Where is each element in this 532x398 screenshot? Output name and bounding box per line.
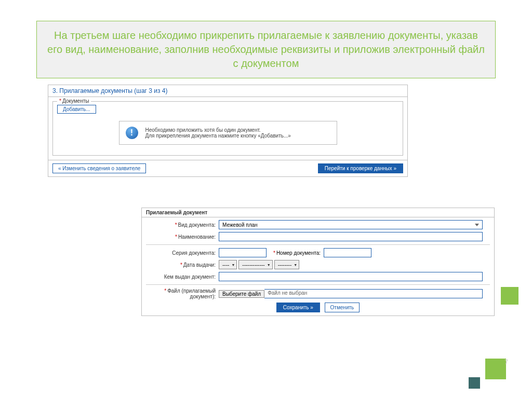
doc-type-select[interactable]: Межевой план (219, 220, 483, 229)
label-number: *Номер документа: (267, 250, 324, 256)
page-number: 7 (504, 359, 508, 366)
documents-fieldset: *Документы Добавить... Необходимо прилож… (52, 101, 403, 156)
info-icon (126, 127, 138, 139)
issued-by-input[interactable] (219, 272, 483, 281)
label-doc-name: *Наименование: (146, 234, 219, 240)
decoration-square (485, 359, 506, 379)
series-input[interactable] (219, 248, 267, 257)
decoration-square (469, 377, 480, 389)
date-month-select[interactable]: ------------- (238, 260, 272, 269)
label-issued-by: Кем выдан документ: (146, 274, 219, 280)
info-message: Необходимо приложить хотя бы один докуме… (119, 121, 337, 145)
doc-name-input[interactable] (219, 232, 483, 241)
step-header: 3. Прилагаемые документы (шаг 3 из 4) (48, 85, 407, 97)
label-series: Серия документа: (146, 250, 219, 256)
decoration-square (501, 287, 518, 305)
number-input[interactable] (324, 248, 371, 257)
attachments-step-panel: 3. Прилагаемые документы (шаг 3 из 4) *Д… (48, 85, 408, 177)
label-file: *Файл (прилагаемый документ): (146, 288, 219, 299)
file-status-text: Файл не выбран (264, 289, 483, 298)
slide-title: На третьем шаге необходимо прикрепить пр… (36, 21, 496, 78)
chevron-down-icon (475, 224, 479, 226)
document-form-header: Прилагаемый документ (142, 208, 494, 217)
label-date: *Дата выдачи: (146, 262, 219, 268)
next-button[interactable]: Перейти к проверке данных » (318, 163, 403, 173)
add-document-button[interactable]: Добавить... (57, 105, 96, 114)
cancel-button[interactable]: Отменить (325, 303, 360, 312)
info-text-line2: Для прикрепления документа нажмите кнопк… (145, 133, 291, 139)
choose-file-button[interactable]: Выберите файл (219, 290, 264, 298)
date-year-select[interactable]: -------- (274, 260, 300, 269)
back-button[interactable]: « Изменить сведения о заявителе (52, 163, 146, 173)
date-day-select[interactable]: ---- (219, 260, 237, 269)
label-doc-type: *Вид документа: (146, 222, 219, 228)
document-form-panel: Прилагаемый документ *Вид документа: Меж… (141, 208, 495, 316)
save-button[interactable]: Сохранить » (276, 303, 320, 312)
info-text-line1: Необходимо приложить хотя бы один докуме… (145, 127, 291, 133)
documents-legend: *Документы (57, 98, 91, 104)
